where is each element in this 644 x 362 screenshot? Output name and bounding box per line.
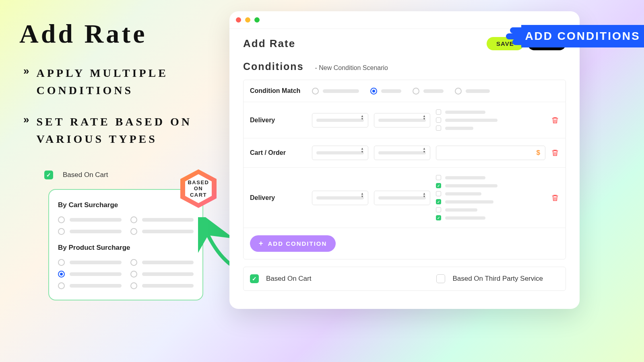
select-input[interactable]: ▲▼ <box>312 191 368 205</box>
radio-selected-icon[interactable] <box>370 88 377 95</box>
radio-icon[interactable] <box>130 228 137 235</box>
stepper-icon: ▲▼ <box>361 148 364 153</box>
currency-icon: $ <box>537 149 540 157</box>
add-condition-label: ADD CONDITION <box>268 240 327 247</box>
radio-icon[interactable] <box>413 88 419 95</box>
placeholder-line <box>142 230 194 233</box>
stepper-icon: ▲▼ <box>423 148 426 153</box>
checkbox-icon[interactable] <box>436 191 441 196</box>
row-label: Condition Match <box>250 87 306 95</box>
app-window: Add Rate SAVE BACK Conditions - New Cond… <box>229 11 580 309</box>
checkbox-icon[interactable] <box>436 175 441 180</box>
trash-icon[interactable] <box>551 193 559 202</box>
page-title: Add Rate <box>19 19 147 49</box>
stepper-icon: ▲▼ <box>423 115 426 121</box>
placeholder-line <box>142 272 194 276</box>
radio-icon[interactable] <box>130 282 137 289</box>
checkbox-checked-icon[interactable]: ✓ <box>436 199 441 204</box>
mini-checkbox-row: ✓ Based On Cart <box>44 171 108 179</box>
select-input[interactable]: ▲▼ <box>374 146 430 160</box>
radio-icon[interactable] <box>312 88 319 95</box>
maximize-icon[interactable] <box>254 17 260 23</box>
placeholder-line <box>466 89 490 93</box>
checkbox-checked-icon[interactable]: ✓ <box>44 171 53 179</box>
bottom-options: ✓ Based On Cart Based On Third Party Ser… <box>243 267 566 291</box>
delivery-row-2: Delivery ▲▼ ▲▼ ✓ ✓ ✓ <box>244 168 566 228</box>
placeholder-line <box>381 89 401 93</box>
select-input[interactable]: ▲▼ <box>312 146 368 160</box>
placeholder-line <box>142 284 194 288</box>
bullet-text: SET RATE BASED ON VARIOUS TYPES <box>36 113 196 148</box>
chevron-icon: » <box>23 64 29 78</box>
add-condition-button[interactable]: + ADD CONDITION <box>250 235 336 252</box>
checkbox-icon[interactable] <box>436 117 441 123</box>
cart-order-row: Cart / Order ▲▼ ▲▼ $ <box>244 138 566 168</box>
plus-icon: + <box>259 239 264 248</box>
placeholder-line <box>445 111 485 114</box>
banner-label: ADD CONDITIONS <box>525 30 640 43</box>
checkbox-icon[interactable] <box>436 207 441 212</box>
mini-section-title: By Cart Surcharge <box>58 201 194 209</box>
bullet-list: »APPLY MULTIPLE CONDITIONS »SET RATE BAS… <box>23 64 196 162</box>
select-input[interactable]: ▲▼ <box>374 191 430 205</box>
placeholder-line <box>142 218 194 222</box>
placeholder-line <box>445 208 477 212</box>
select-input[interactable]: ▲▼ <box>374 113 430 128</box>
placeholder-line <box>445 184 497 187</box>
radio-selected-icon[interactable] <box>58 271 65 278</box>
placeholder-line <box>70 261 122 264</box>
banner-ribbon: ADD CONDITIONS <box>521 25 644 47</box>
select-input[interactable]: ▲▼ <box>312 113 368 128</box>
placeholder-line <box>70 230 122 233</box>
placeholder-line <box>445 200 493 204</box>
delivery-row: Delivery ▲▼ ▲▼ <box>244 102 566 138</box>
option-label: Based On Third Party Service <box>452 275 543 283</box>
row-label: Delivery <box>250 194 306 202</box>
close-icon[interactable] <box>236 17 241 23</box>
bullet-text: APPLY MULTIPLE CONDITIONS <box>36 64 196 99</box>
placeholder-line <box>70 284 122 288</box>
stepper-icon: ▲▼ <box>361 193 364 198</box>
radio-icon[interactable] <box>58 228 65 235</box>
placeholder-line <box>142 261 194 264</box>
placeholder-line <box>70 272 122 276</box>
placeholder-line <box>445 176 485 179</box>
option-label: Based On Cart <box>266 275 311 283</box>
hex-badge: BASED ON CART <box>180 169 217 208</box>
radio-icon[interactable] <box>130 216 137 223</box>
checkbox-checked-icon[interactable]: ✓ <box>250 274 259 283</box>
placeholder-line <box>445 192 481 195</box>
trash-icon[interactable] <box>551 116 559 125</box>
radio-icon[interactable] <box>130 271 137 278</box>
chevron-icon: » <box>23 113 29 127</box>
condition-match-row: Condition Match <box>244 80 566 102</box>
radio-icon[interactable] <box>455 88 462 95</box>
conditions-panel: Condition Match Delivery ▲▼ ▲▼ <box>243 80 566 259</box>
placeholder-line <box>323 89 359 93</box>
radio-icon[interactable] <box>58 216 65 223</box>
mini-section-title: By Product Surcharge <box>58 244 194 252</box>
radio-icon[interactable] <box>58 259 65 266</box>
stepper-icon: ▲▼ <box>423 193 426 198</box>
radio-icon[interactable] <box>130 259 137 266</box>
conditions-title: Conditions <box>243 61 304 72</box>
placeholder-line <box>445 216 485 220</box>
row-label: Cart / Order <box>250 149 306 156</box>
stepper-icon: ▲▼ <box>361 115 364 121</box>
placeholder-line <box>445 127 473 130</box>
window-title: Add Rate <box>243 37 295 50</box>
amount-input[interactable]: $ <box>436 146 545 160</box>
placeholder-line <box>445 119 497 122</box>
checkbox-icon[interactable] <box>436 125 441 131</box>
minimize-icon[interactable] <box>245 17 250 23</box>
checkbox-checked-icon[interactable]: ✓ <box>436 183 441 188</box>
checkbox-label: Based On Cart <box>63 171 108 179</box>
checkbox-checked-icon[interactable]: ✓ <box>436 215 441 220</box>
placeholder-line <box>423 89 444 93</box>
checkbox-icon[interactable] <box>436 109 441 115</box>
trash-icon[interactable] <box>551 148 559 157</box>
placeholder-line <box>70 218 122 222</box>
radio-icon[interactable] <box>58 282 65 289</box>
checkbox-icon[interactable] <box>436 274 445 283</box>
conditions-subtitle: - New Condition Scenario <box>315 64 388 72</box>
